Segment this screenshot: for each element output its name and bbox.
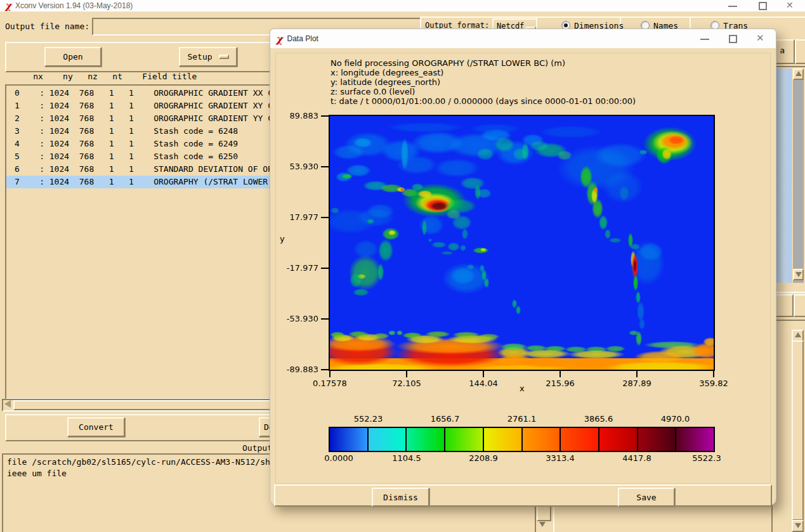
dialog-maximize-icon[interactable] xyxy=(729,35,737,43)
plot-info-line: y: latitude (degrees_north) xyxy=(331,77,636,87)
y-tick-label: -53.930 xyxy=(274,314,318,323)
minimize-icon[interactable] xyxy=(728,6,737,7)
save-button[interactable]: Save xyxy=(618,488,675,507)
x-tick-label: 0.17578 xyxy=(304,379,355,388)
scroll-down-button[interactable] xyxy=(792,520,804,532)
colorbar-bottom-label: 2208.9 xyxy=(458,453,509,463)
partial-button-right[interactable] xyxy=(795,39,805,64)
scroll-up-icon xyxy=(795,71,802,76)
dialog-title: Data Plot xyxy=(287,34,318,43)
colorbar-bottom-label: 4417.8 xyxy=(612,453,662,463)
colorbar-segment xyxy=(407,428,445,451)
plot-info-line: t: date / t 0000/01/01:00.00 / 0.000000 … xyxy=(331,96,636,106)
colorbar-segment xyxy=(561,428,599,451)
menu-indicator-icon xyxy=(219,55,229,59)
y-tick-mark xyxy=(321,268,329,269)
colorbar-top-label: 2761.1 xyxy=(497,414,547,424)
output-section-label: Output xyxy=(242,443,272,453)
save-button-label: Save xyxy=(636,493,656,502)
open-button-label: Open xyxy=(63,52,82,62)
colorbar-segment xyxy=(523,428,561,451)
colorbar-segment xyxy=(484,428,523,451)
colorbar-segment xyxy=(445,428,484,451)
colorbar xyxy=(330,428,714,451)
window-title: Xconv Version 1.94 (03-May-2018) xyxy=(15,1,133,10)
app-logo-icon: χ xyxy=(276,33,283,45)
x-tick-label: 359.82 xyxy=(688,379,739,388)
x-tick-mark xyxy=(406,371,407,377)
x-axis-title: x xyxy=(520,384,525,393)
y-tick-label: 17.977 xyxy=(274,212,318,222)
maximize-icon[interactable] xyxy=(759,2,767,10)
convert-button[interactable]: Convert xyxy=(67,417,125,437)
colorbar-segment xyxy=(676,428,714,451)
scroll-left-icon[interactable] xyxy=(4,400,11,408)
scroll-down-icon[interactable] xyxy=(539,522,546,527)
screen: χ Xconv Version 1.94 (03-May-2018) ✕ Out… xyxy=(0,0,805,532)
x-tick-mark xyxy=(636,371,638,377)
field-list-header: nx ny nz nt Field title xyxy=(8,72,197,81)
dialog-minimize-icon[interactable] xyxy=(700,39,709,40)
y-tick-label: 53.930 xyxy=(274,162,318,171)
x-tick-label: 215.96 xyxy=(535,379,586,388)
x-tick-mark xyxy=(329,371,331,377)
colorbar-top-label: 1656.7 xyxy=(420,414,471,424)
setup-button-label: Setup xyxy=(187,52,212,62)
data-plot-window: χ Data Plot ✕ No field processing OROGRA… xyxy=(270,29,776,505)
setup-menubutton[interactable]: Setup xyxy=(179,47,237,67)
scroll-down-icon xyxy=(795,523,801,528)
y-tick-mark xyxy=(321,318,329,320)
open-button[interactable]: Open xyxy=(44,47,101,67)
colorbar-bottom-label: 3313.4 xyxy=(535,453,586,463)
colorbar-top-label: 552.23 xyxy=(343,414,394,424)
colorbar-frame xyxy=(329,427,715,452)
colorbar-top-label: 3865.6 xyxy=(573,414,624,424)
partial-button-c[interactable] xyxy=(794,294,805,317)
plot-info-line: z: surface 0.0 (level) xyxy=(331,87,636,96)
dialog-button-bar xyxy=(274,484,772,507)
x-tick-label: 72.105 xyxy=(381,379,432,388)
x-tick-label: 144.04 xyxy=(458,379,509,388)
y-tick-mark xyxy=(321,115,329,117)
colorbar-segment xyxy=(369,428,407,451)
convert-button-label: Convert xyxy=(79,422,114,432)
app-logo-icon: χ xyxy=(5,0,11,11)
colorbar-bottom-label: 0.0000 xyxy=(313,453,364,463)
x-tick-label: 287.89 xyxy=(612,379,662,388)
lower-vscrollbar-thumb[interactable] xyxy=(792,341,804,521)
y-axis-title: y xyxy=(280,234,285,243)
colorbar-segment xyxy=(330,428,369,451)
y-tick-label: -17.977 xyxy=(274,263,318,273)
plot-info-text: No field processing OROGRAPHY (/STRAT LO… xyxy=(331,58,636,106)
plot-info-line: x: longitude (degrees_east) xyxy=(331,68,636,77)
right-list-selection[interactable] xyxy=(774,68,792,283)
scroll-up-icon xyxy=(795,332,801,337)
y-tick-label: -89.883 xyxy=(274,365,318,374)
y-tick-label: 89.883 xyxy=(274,111,318,120)
colorbar-segment xyxy=(599,428,638,451)
x-tick-mark xyxy=(483,371,484,377)
colorbar-bottom-label: 5522.3 xyxy=(681,453,732,463)
vscrollbar-thumb[interactable] xyxy=(537,505,551,521)
partial-button-a-label: a xyxy=(780,46,785,55)
scroll-up-button[interactable] xyxy=(793,68,804,80)
right-vscrollbar[interactable] xyxy=(793,68,804,283)
close-icon[interactable]: ✕ xyxy=(786,0,794,10)
dismiss-button[interactable]: Dismiss xyxy=(372,488,429,507)
output-vscrollbar-fragment[interactable] xyxy=(535,504,554,532)
y-tick-mark xyxy=(321,217,329,218)
plot-info-line: No field processing OROGRAPHY (/STRAT LO… xyxy=(331,58,636,68)
y-tick-mark xyxy=(321,369,329,370)
colorbar-bottom-label: 1104.5 xyxy=(381,453,432,463)
orography-map xyxy=(330,116,714,370)
main-titlebar: χ Xconv Version 1.94 (03-May-2018) xyxy=(0,0,805,12)
radio-selected-dot xyxy=(564,23,568,27)
scroll-down-button[interactable] xyxy=(793,269,804,280)
dialog-close-icon[interactable]: ✕ xyxy=(756,32,764,44)
x-tick-mark xyxy=(713,371,714,377)
lower-vscrollbar[interactable] xyxy=(792,330,804,532)
scroll-down-icon xyxy=(795,272,802,277)
x-tick-mark xyxy=(560,371,561,377)
colorbar-top-label: 4970.0 xyxy=(650,414,701,424)
plot-frame xyxy=(329,115,715,371)
